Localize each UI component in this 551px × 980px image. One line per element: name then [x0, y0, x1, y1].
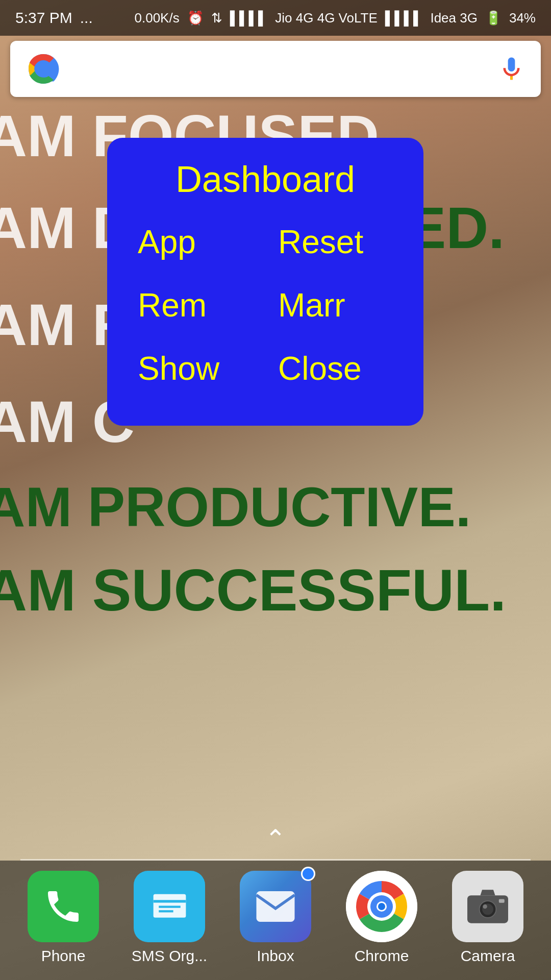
signal-icon-1: ▌▌▌▌: [230, 10, 268, 26]
dock-item-chrome[interactable]: Chrome: [336, 871, 428, 965]
chrome-icon: [346, 871, 417, 942]
dashboard-popup: Dashboard App Reset Rem Marr Show Close: [107, 138, 423, 426]
inbox-app-icon[interactable]: [240, 871, 311, 942]
signal-icon-2: ▌▌▌▌: [385, 10, 423, 26]
svg-point-14: [483, 904, 487, 909]
camera-label: Camera: [461, 947, 515, 965]
sms-label: SMS Org...: [132, 947, 207, 965]
network-label-2: Idea 3G: [430, 10, 478, 26]
svg-rect-13: [499, 899, 505, 902]
dashboard-grid: App Reset Rem Marr Show Close: [133, 215, 398, 395]
google-search-bar[interactable]: [10, 41, 541, 97]
search-input[interactable]: [71, 41, 497, 97]
status-time: 5:37 PM: [15, 9, 72, 27]
sms-app-icon[interactable]: [134, 871, 205, 942]
data-transfer-icon: ⇅: [211, 10, 222, 26]
status-bar: 5:37 PM ... 0.00K/s ⏰ ⇅ ▌▌▌▌ Jio 4G 4G V…: [0, 0, 551, 36]
sms-icon: [148, 885, 191, 928]
svg-rect-0: [510, 76, 513, 80]
dock-item-inbox[interactable]: Inbox: [230, 871, 321, 965]
dock: Phone SMS Org...: [0, 861, 551, 980]
status-ellipsis: ...: [80, 9, 93, 27]
dashboard-rem-button[interactable]: Rem: [133, 279, 258, 332]
dashboard-app-button[interactable]: App: [133, 215, 258, 268]
status-right: 0.00K/s ⏰ ⇅ ▌▌▌▌ Jio 4G 4G VoLTE ▌▌▌▌ Id…: [134, 10, 536, 26]
notification-dot: [301, 867, 315, 881]
chrome-label: Chrome: [355, 947, 409, 965]
camera-icon: [465, 886, 511, 927]
network-label: Jio 4G 4G VoLTE: [275, 10, 377, 26]
status-left: 5:37 PM ...: [15, 9, 93, 27]
microphone-icon[interactable]: [497, 55, 525, 83]
dock-area: ⌃ Phone SMS Org...: [0, 814, 551, 980]
phone-app-icon[interactable]: [28, 871, 99, 942]
svg-point-9: [378, 903, 385, 910]
dock-item-sms[interactable]: SMS Org...: [123, 871, 215, 965]
dashboard-title: Dashboard: [133, 158, 398, 200]
app-drawer-handle[interactable]: ⌃: [0, 814, 551, 859]
phone-icon: [43, 886, 84, 927]
dashboard-marr-button[interactable]: Marr: [273, 279, 398, 332]
phone-label: Phone: [41, 947, 86, 965]
chrome-app-icon[interactable]: [346, 871, 417, 942]
battery-icon: 🔋: [485, 10, 502, 26]
inbox-icon: [253, 884, 298, 929]
status-speed: 0.00K/s: [134, 10, 179, 26]
dock-item-phone[interactable]: Phone: [17, 871, 109, 965]
alarm-icon: ⏰: [187, 10, 204, 26]
camera-app-icon[interactable]: [452, 871, 523, 942]
battery-level: 34%: [509, 10, 536, 26]
dock-item-camera[interactable]: Camera: [442, 871, 534, 965]
inbox-label: Inbox: [257, 947, 294, 965]
dashboard-show-button[interactable]: Show: [133, 342, 258, 395]
dashboard-close-button[interactable]: Close: [273, 342, 398, 395]
google-logo: [26, 51, 61, 87]
dashboard-reset-button[interactable]: Reset: [273, 215, 398, 268]
